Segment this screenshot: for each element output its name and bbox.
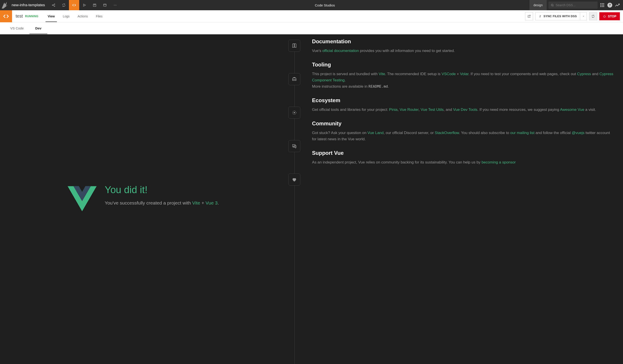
more-icon[interactable] [110, 0, 120, 10]
search-input[interactable] [556, 3, 595, 7]
link-devtools[interactable]: Vue Dev Tools [453, 107, 478, 112]
stop-button[interactable]: STOP [599, 12, 620, 20]
dashboard-icon[interactable] [100, 0, 110, 10]
link-vue-land[interactable]: Vue Land [368, 131, 384, 135]
topbar-left: new-infra-templates [0, 0, 120, 10]
search-icon [551, 3, 554, 7]
link-stackoverflow[interactable]: StackOverflow [435, 131, 459, 135]
section-support: Support Vue As an independent project, V… [312, 150, 614, 166]
svg-point-2 [54, 6, 55, 6]
open-external-button[interactable] [525, 12, 533, 20]
secondbar: test RUNNING View Logs Actions Files SYN… [0, 10, 623, 22]
play-icon[interactable] [79, 0, 89, 10]
section-documentation: Documentation Vue's official documentati… [312, 38, 614, 54]
section-tooling: Tooling This project is served and bundl… [312, 62, 614, 90]
svg-point-15 [600, 6, 601, 7]
svg-point-0 [52, 5, 53, 6]
svg-point-14 [603, 5, 604, 6]
sync-icon [539, 15, 542, 18]
topbar: new-infra-templates Code Studios design [0, 0, 623, 10]
breadcrumb-title[interactable]: Code Studios [315, 3, 335, 7]
tab-files[interactable]: Files [92, 10, 107, 22]
content: You did it! You've successfully created … [0, 34, 623, 364]
tab-logs[interactable]: Logs [59, 10, 73, 22]
power-icon [603, 15, 606, 18]
link-vite[interactable]: Vite [379, 72, 385, 76]
readme-code: README.md [369, 84, 388, 88]
share-icon[interactable] [48, 0, 59, 10]
link-sponsor[interactable]: becoming a sponsor [482, 160, 516, 164]
svg-point-9 [600, 3, 601, 4]
link-vite[interactable]: Vite [192, 200, 200, 205]
svg-point-8 [551, 4, 553, 6]
link-twitter[interactable]: @vuejs [572, 131, 584, 135]
svg-text:?: ? [609, 3, 611, 7]
svg-point-12 [600, 5, 601, 6]
dataiku-logo[interactable] [0, 0, 10, 10]
trend-icon[interactable] [615, 2, 620, 8]
archive-icon[interactable] [89, 0, 100, 10]
link-vtu[interactable]: Vue Test Utils [421, 107, 444, 112]
section-title: Community [312, 120, 614, 127]
thirdbar: VS Code Dev [0, 22, 623, 34]
section-title: Support Vue [312, 150, 614, 156]
tab-dev[interactable]: Dev [29, 22, 47, 34]
breadcrumb: Code Studios [120, 3, 529, 7]
secondbar-right: SYNC FILES WITH DSS STOP [525, 12, 623, 20]
ecosystem-icon [288, 107, 300, 119]
svg-point-6 [115, 5, 115, 5]
section-title: Tooling [312, 62, 614, 68]
section-title: Documentation [312, 38, 614, 45]
svg-point-13 [602, 5, 603, 6]
link-official-docs[interactable]: official documentation [322, 49, 359, 53]
svg-point-7 [116, 5, 116, 5]
refresh-button[interactable] [589, 12, 597, 20]
svg-point-11 [603, 3, 604, 4]
link-vue-router[interactable]: Vue Router [400, 107, 418, 112]
tab-actions[interactable]: Actions [74, 10, 92, 22]
code-nav-icon[interactable] [69, 0, 79, 10]
topbar-right: design ? [530, 0, 623, 10]
link-mailing-list[interactable]: our mailing list [510, 131, 535, 135]
secondbar-tabs: View Logs Actions Files [44, 10, 107, 22]
search-box[interactable] [549, 1, 598, 9]
studio-name: test [12, 14, 25, 19]
svg-rect-4 [104, 4, 106, 6]
svg-point-16 [602, 6, 603, 7]
help-icon[interactable]: ? [607, 2, 613, 8]
project-name[interactable]: new-infra-templates [10, 3, 48, 7]
status-badge: RUNNING [25, 15, 38, 18]
tab-vscode[interactable]: VS Code [4, 22, 29, 34]
toolbox-icon [288, 73, 300, 85]
tab-view[interactable]: View [44, 10, 59, 22]
mode-pill[interactable]: design [530, 0, 547, 10]
stop-label: STOP [608, 15, 616, 18]
book-icon [288, 40, 300, 52]
svg-point-5 [114, 5, 114, 5]
hero-text: You did it! You've successfully created … [105, 184, 219, 207]
svg-point-17 [603, 6, 604, 7]
docs-column[interactable]: Documentation Vue's official documentati… [302, 34, 623, 364]
link-volar[interactable]: Volar [460, 72, 468, 76]
link-vscode[interactable]: VSCode [442, 72, 456, 76]
sync-label: SYNC FILES WITH DSS [544, 15, 577, 18]
cycle-icon[interactable] [59, 0, 69, 10]
code-studio-icon [0, 10, 12, 22]
hero-subtitle: You've successfully created a project wi… [105, 199, 219, 207]
chat-icon [288, 140, 300, 152]
section-community: Community Got stuck? Ask your question o… [312, 120, 614, 142]
vue-logo [67, 184, 97, 214]
svg-point-1 [54, 4, 55, 4]
link-cypress[interactable]: Cypress [577, 72, 591, 76]
link-pinia[interactable]: Pinia [389, 107, 398, 112]
link-awesome-vue[interactable]: Awesome Vue [560, 107, 584, 112]
timeline [287, 34, 302, 364]
section-title: Ecosystem [312, 97, 614, 104]
svg-rect-3 [93, 4, 96, 6]
link-vue3[interactable]: Vue 3 [205, 200, 218, 205]
apps-icon[interactable] [599, 2, 605, 8]
sync-files-button[interactable]: SYNC FILES WITH DSS [535, 12, 587, 20]
heart-icon [288, 173, 300, 186]
section-ecosystem: Ecosystem Get official tools and librari… [312, 97, 614, 113]
sync-dropdown-caret[interactable] [580, 13, 587, 20]
